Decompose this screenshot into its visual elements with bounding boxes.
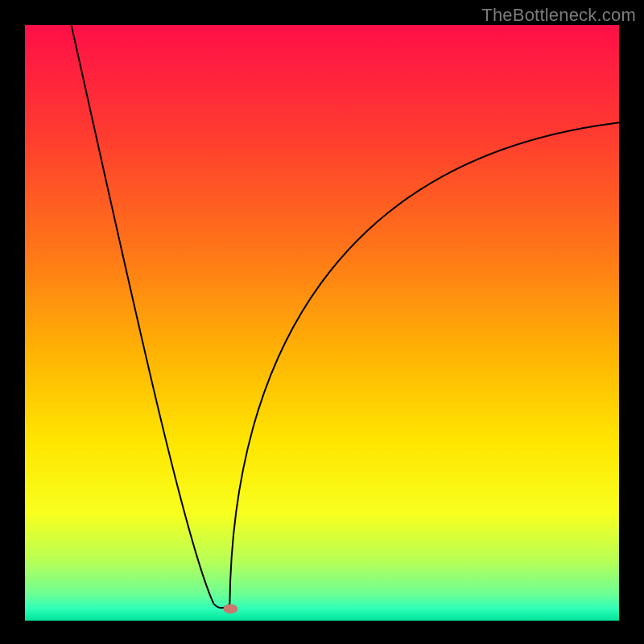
chart-frame: TheBottleneck.com xyxy=(0,0,644,644)
plot-area xyxy=(25,25,619,621)
watermark-text: TheBottleneck.com xyxy=(481,5,636,26)
optimum-marker xyxy=(223,604,237,613)
gradient-background xyxy=(25,25,619,621)
